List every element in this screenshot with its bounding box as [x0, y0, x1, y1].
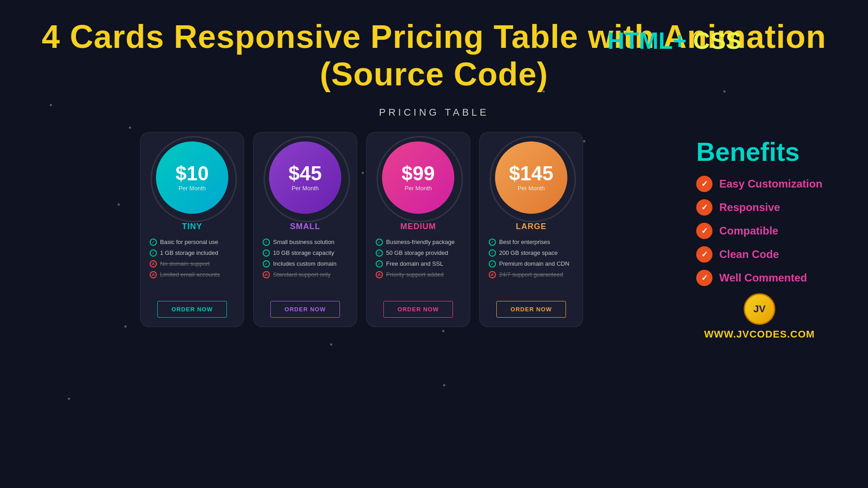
plan-name-small: SMALL: [290, 222, 321, 231]
list-item: ✗Priority support added: [373, 271, 463, 278]
cards-container: $10 Per Month TINY✓Basic for personal us…: [27, 132, 678, 345]
order-button-large[interactable]: ORDER NOW: [496, 301, 566, 318]
check-icon: ✓: [150, 239, 157, 246]
cross-icon: ✗: [150, 271, 157, 278]
benefit-label: Easy Customization: [719, 178, 822, 190]
order-button-medium[interactable]: ORDER NOW: [383, 301, 453, 318]
css-part: CSS: [687, 28, 741, 54]
benefit-item: ✓Easy Customization: [696, 176, 823, 192]
cross-icon: ✗: [263, 271, 270, 278]
list-item: ✓50 GB storage provided: [373, 249, 463, 257]
feature-text: Business-friendly package: [386, 239, 455, 245]
list-item: ✓Business-friendly package: [373, 239, 463, 246]
main-content: $10 Per Month TINY✓Basic for personal us…: [0, 132, 868, 345]
features-list-medium: ✓Business-friendly package✓50 GB storage…: [373, 239, 463, 293]
list-item: ✓Free domain and SSL: [373, 260, 463, 267]
list-item: ✓10 GB storage capacity: [260, 249, 350, 257]
check-icon: ✓: [263, 249, 270, 257]
price-period-large: Per Month: [518, 185, 545, 192]
benefit-check-icon: ✓: [696, 199, 712, 216]
feature-text: 10 GB storage capacity: [273, 249, 334, 256]
plan-name-tiny: TINY: [182, 222, 202, 231]
list-item: ✓1 GB storage included: [147, 249, 237, 257]
features-list-large: ✓Best for enterprises✓200 GB storage spa…: [486, 239, 576, 293]
benefit-item: ✓Clean Code: [696, 246, 823, 263]
feature-text: Small business solution: [273, 239, 335, 245]
pricing-card-small: $45 Per Month SMALL✓Small business solut…: [253, 132, 357, 327]
feature-text: Includes custom domain: [273, 260, 336, 267]
benefit-label: Well Commented: [719, 272, 807, 284]
check-icon: ✓: [263, 239, 270, 246]
feature-text: Premium domain and CDN: [499, 260, 569, 267]
price-period-small: Per Month: [292, 185, 319, 192]
feature-text: Priority support added: [386, 271, 443, 278]
price-circle-small: $45 Per Month: [269, 141, 341, 214]
check-icon: ✓: [376, 249, 383, 257]
plan-name-large: LARGE: [516, 222, 547, 231]
feature-text: 24/7 support guaranteed: [499, 271, 563, 278]
feature-text: 50 GB storage provided: [386, 249, 448, 256]
order-button-small[interactable]: ORDER NOW: [270, 301, 340, 318]
feature-text: Free domain and SSL: [386, 260, 443, 267]
features-list-tiny: ✓Basic for personal use✓1 GB storage inc…: [147, 239, 237, 293]
benefit-check-icon: ✓: [696, 246, 712, 263]
price-amount-tiny: $10: [175, 164, 208, 183]
list-item: ✓Includes custom domain: [260, 260, 350, 267]
benefit-check-icon: ✓: [696, 223, 712, 239]
list-item: ✗No domain support: [147, 260, 237, 267]
check-icon: ✓: [489, 239, 496, 246]
list-item: ✓Best for enterprises: [486, 239, 576, 246]
feature-text: Best for enterprises: [499, 239, 550, 245]
benefit-label: Compatible: [719, 225, 778, 237]
benefits-sidebar: Benefits ✓Easy Customization✓Responsive✓…: [678, 132, 841, 345]
check-icon: ✓: [150, 249, 157, 257]
check-icon: ✓: [489, 249, 496, 257]
feature-text: 200 GB storage space: [499, 249, 557, 256]
pricing-table-title: PRICING TABLE: [0, 107, 868, 118]
feature-text: Standard support only: [273, 271, 330, 278]
list-item: ✓200 GB storage space: [486, 249, 576, 257]
benefit-check-icon: ✓: [696, 270, 712, 286]
page-header: 4 Cards Responsive Pricing Table with An…: [0, 0, 868, 102]
benefit-label: Responsive: [719, 201, 780, 214]
price-amount-large: $145: [509, 164, 553, 183]
price-circle-medium: $99 Per Month: [382, 141, 454, 214]
features-list-small: ✓Small business solution✓10 GB storage c…: [260, 239, 350, 293]
list-item: ✗24/7 support guaranteed: [486, 271, 576, 278]
check-icon: ✓: [263, 260, 270, 267]
html-css-label: HTML+ CSS: [608, 27, 741, 54]
logo-circle: JV: [744, 293, 775, 325]
feature-text: No domain support: [160, 260, 210, 267]
pricing-card-medium: $99 Per Month MEDIUM✓Business-friendly p…: [366, 132, 470, 327]
benefit-check-icon: ✓: [696, 176, 712, 192]
price-circle-large: $145 Per Month: [495, 141, 567, 214]
pricing-card-large: $145 Per Month LARGE✓Best for enterprise…: [479, 132, 583, 327]
list-item: ✗Standard support only: [260, 271, 350, 278]
cross-icon: ✗: [489, 271, 496, 278]
price-circle-tiny: $10 Per Month: [156, 141, 228, 214]
cross-icon: ✗: [150, 260, 157, 267]
list-item: ✓Basic for personal use: [147, 239, 237, 246]
logo-text: JV: [754, 303, 766, 315]
logo-section: JV WWW.JVCODES.COM: [696, 293, 823, 340]
price-period-tiny: Per Month: [179, 185, 206, 192]
benefit-item: ✓Well Commented: [696, 270, 823, 286]
order-button-tiny[interactable]: ORDER NOW: [157, 301, 226, 318]
pricing-card-tiny: $10 Per Month TINY✓Basic for personal us…: [140, 132, 244, 327]
feature-text: Limited email accounts: [160, 271, 220, 278]
plan-name-medium: MEDIUM: [401, 222, 436, 231]
check-icon: ✓: [489, 260, 496, 267]
check-icon: ✓: [376, 260, 383, 267]
benefits-list: ✓Easy Customization✓Responsive✓Compatibl…: [696, 176, 823, 286]
html-part: HTML+: [608, 28, 687, 54]
cross-icon: ✗: [376, 271, 383, 278]
list-item: ✗Limited email accounts: [147, 271, 237, 278]
benefit-label: Clean Code: [719, 248, 779, 261]
check-icon: ✓: [376, 239, 383, 246]
list-item: ✓Small business solution: [260, 239, 350, 246]
benefit-item: ✓Compatible: [696, 223, 823, 239]
price-amount-small: $45: [288, 164, 321, 183]
website-url: WWW.JVCODES.COM: [696, 328, 823, 340]
benefit-item: ✓Responsive: [696, 199, 823, 216]
price-period-medium: Per Month: [405, 185, 432, 192]
